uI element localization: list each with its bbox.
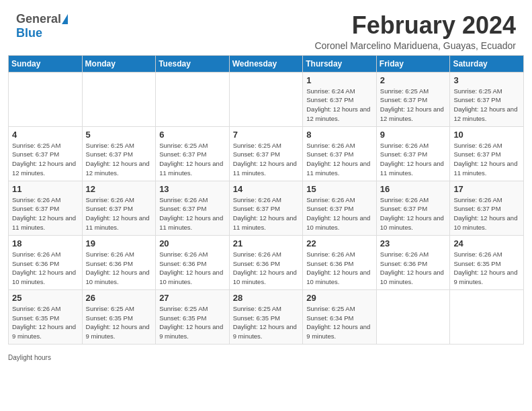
calendar-cell: 18Sunrise: 6:26 AM Sunset: 6:36 PM Dayli…: [9, 235, 83, 289]
day-info: Sunrise: 6:26 AM Sunset: 6:37 PM Dayligh…: [380, 141, 447, 178]
logo: General Blue: [16, 12, 68, 40]
calendar-week-row: 11Sunrise: 6:26 AM Sunset: 6:37 PM Dayli…: [9, 181, 524, 235]
day-number: 22: [306, 238, 373, 248]
calendar-cell: 20Sunrise: 6:26 AM Sunset: 6:36 PM Dayli…: [156, 235, 230, 289]
calendar-header: SundayMondayTuesdayWednesdayThursdayFrid…: [9, 55, 524, 72]
day-info: Sunrise: 6:26 AM Sunset: 6:37 PM Dayligh…: [12, 195, 79, 232]
daylight-hours-label: Daylight hours: [8, 354, 51, 361]
day-info: Sunrise: 6:26 AM Sunset: 6:36 PM Dayligh…: [306, 250, 373, 287]
calendar-cell: [82, 72, 156, 126]
day-info: Sunrise: 6:26 AM Sunset: 6:37 PM Dayligh…: [453, 141, 520, 178]
calendar-cell: 13Sunrise: 6:26 AM Sunset: 6:37 PM Dayli…: [156, 181, 230, 235]
day-number: 1: [306, 75, 373, 85]
day-number: 6: [159, 130, 226, 140]
day-number: 24: [453, 238, 520, 248]
day-info: Sunrise: 6:26 AM Sunset: 6:35 PM Dayligh…: [453, 250, 520, 287]
day-info: Sunrise: 6:26 AM Sunset: 6:37 PM Dayligh…: [306, 195, 373, 232]
day-info: Sunrise: 6:25 AM Sunset: 6:37 PM Dayligh…: [86, 141, 152, 178]
calendar-cell: [156, 72, 230, 126]
weekday-header-monday: Monday: [82, 55, 156, 72]
day-number: 28: [233, 293, 300, 303]
day-info: Sunrise: 6:25 AM Sunset: 6:37 PM Dayligh…: [12, 141, 79, 178]
calendar-cell: 1Sunrise: 6:24 AM Sunset: 6:37 PM Daylig…: [303, 72, 377, 126]
page-subtitle: Coronel Marcelino Mariduena, Guayas, Ecu…: [314, 40, 516, 51]
day-info: Sunrise: 6:26 AM Sunset: 6:37 PM Dayligh…: [159, 195, 226, 232]
day-info: Sunrise: 6:25 AM Sunset: 6:35 PM Dayligh…: [233, 304, 300, 341]
day-number: 17: [453, 184, 520, 194]
calendar-cell: [229, 72, 303, 126]
logo-triangle-icon: [62, 14, 68, 24]
calendar-cell: 17Sunrise: 6:26 AM Sunset: 6:37 PM Dayli…: [450, 181, 524, 235]
calendar-cell: 23Sunrise: 6:26 AM Sunset: 6:36 PM Dayli…: [376, 235, 450, 289]
day-number: 10: [453, 130, 520, 140]
day-info: Sunrise: 6:25 AM Sunset: 6:34 PM Dayligh…: [306, 304, 373, 341]
calendar-cell: 16Sunrise: 6:26 AM Sunset: 6:37 PM Dayli…: [376, 181, 450, 235]
calendar-cell: 24Sunrise: 6:26 AM Sunset: 6:35 PM Dayli…: [450, 235, 524, 289]
day-info: Sunrise: 6:25 AM Sunset: 6:35 PM Dayligh…: [159, 304, 226, 341]
day-number: 16: [380, 184, 447, 194]
weekday-header-wednesday: Wednesday: [229, 55, 303, 72]
page-title: February 2024: [314, 12, 516, 39]
calendar-week-row: 18Sunrise: 6:26 AM Sunset: 6:36 PM Dayli…: [9, 235, 524, 289]
weekday-header-saturday: Saturday: [450, 55, 524, 72]
calendar-week-row: 1Sunrise: 6:24 AM Sunset: 6:37 PM Daylig…: [9, 72, 524, 126]
calendar-cell: 27Sunrise: 6:25 AM Sunset: 6:35 PM Dayli…: [156, 289, 230, 344]
day-number: 25: [12, 293, 79, 303]
day-info: Sunrise: 6:26 AM Sunset: 6:36 PM Dayligh…: [380, 250, 447, 287]
day-number: 13: [159, 184, 226, 194]
day-info: Sunrise: 6:26 AM Sunset: 6:36 PM Dayligh…: [86, 250, 152, 287]
calendar-cell: 8Sunrise: 6:26 AM Sunset: 6:37 PM Daylig…: [303, 126, 377, 181]
calendar-cell: 28Sunrise: 6:25 AM Sunset: 6:35 PM Dayli…: [229, 289, 303, 344]
day-number: 15: [306, 184, 373, 194]
day-info: Sunrise: 6:25 AM Sunset: 6:35 PM Dayligh…: [86, 304, 152, 341]
day-number: 8: [306, 130, 373, 140]
calendar-cell: 3Sunrise: 6:25 AM Sunset: 6:37 PM Daylig…: [450, 72, 524, 126]
calendar-week-row: 4Sunrise: 6:25 AM Sunset: 6:37 PM Daylig…: [9, 126, 524, 181]
day-number: 26: [86, 293, 152, 303]
calendar-cell: 7Sunrise: 6:25 AM Sunset: 6:37 PM Daylig…: [229, 126, 303, 181]
calendar: SundayMondayTuesdayWednesdayThursdayFrid…: [0, 55, 532, 351]
calendar-cell: 9Sunrise: 6:26 AM Sunset: 6:37 PM Daylig…: [376, 126, 450, 181]
day-number: 5: [86, 130, 152, 140]
day-number: 29: [306, 293, 373, 303]
weekday-header-friday: Friday: [376, 55, 450, 72]
day-number: 20: [159, 238, 226, 248]
calendar-cell: 22Sunrise: 6:26 AM Sunset: 6:36 PM Dayli…: [303, 235, 377, 289]
day-info: Sunrise: 6:26 AM Sunset: 6:37 PM Dayligh…: [233, 195, 300, 232]
weekday-header-sunday: Sunday: [9, 55, 83, 72]
calendar-cell: 29Sunrise: 6:25 AM Sunset: 6:34 PM Dayli…: [303, 289, 377, 344]
logo-blue-text: Blue: [16, 26, 42, 40]
day-number: 11: [12, 184, 79, 194]
calendar-cell: 14Sunrise: 6:26 AM Sunset: 6:37 PM Dayli…: [229, 181, 303, 235]
footer: Daylight hours: [0, 351, 532, 367]
day-number: 2: [380, 75, 447, 85]
calendar-cell: 2Sunrise: 6:25 AM Sunset: 6:37 PM Daylig…: [376, 72, 450, 126]
day-number: 19: [86, 238, 152, 248]
calendar-body: 1Sunrise: 6:24 AM Sunset: 6:37 PM Daylig…: [9, 72, 524, 344]
calendar-cell: [376, 289, 450, 344]
day-number: 27: [159, 293, 226, 303]
calendar-table: SundayMondayTuesdayWednesdayThursdayFrid…: [8, 55, 524, 345]
weekday-header-tuesday: Tuesday: [156, 55, 230, 72]
calendar-cell: [9, 72, 83, 126]
day-info: Sunrise: 6:24 AM Sunset: 6:37 PM Dayligh…: [306, 87, 373, 124]
day-number: 18: [12, 238, 79, 248]
title-section: February 2024 Coronel Marcelino Mariduen…: [314, 12, 516, 51]
weekday-header-thursday: Thursday: [303, 55, 377, 72]
day-info: Sunrise: 6:25 AM Sunset: 6:37 PM Dayligh…: [453, 87, 520, 124]
day-info: Sunrise: 6:26 AM Sunset: 6:36 PM Dayligh…: [12, 250, 79, 287]
weekday-header-row: SundayMondayTuesdayWednesdayThursdayFrid…: [9, 55, 524, 72]
day-info: Sunrise: 6:26 AM Sunset: 6:37 PM Dayligh…: [380, 195, 447, 232]
day-info: Sunrise: 6:25 AM Sunset: 6:37 PM Dayligh…: [380, 87, 447, 124]
calendar-cell: 6Sunrise: 6:25 AM Sunset: 6:37 PM Daylig…: [156, 126, 230, 181]
day-info: Sunrise: 6:25 AM Sunset: 6:37 PM Dayligh…: [233, 141, 300, 178]
day-number: 12: [86, 184, 152, 194]
calendar-cell: 4Sunrise: 6:25 AM Sunset: 6:37 PM Daylig…: [9, 126, 83, 181]
calendar-cell: 11Sunrise: 6:26 AM Sunset: 6:37 PM Dayli…: [9, 181, 83, 235]
calendar-cell: 25Sunrise: 6:26 AM Sunset: 6:35 PM Dayli…: [9, 289, 83, 344]
calendar-cell: 15Sunrise: 6:26 AM Sunset: 6:37 PM Dayli…: [303, 181, 377, 235]
day-number: 23: [380, 238, 447, 248]
calendar-cell: 5Sunrise: 6:25 AM Sunset: 6:37 PM Daylig…: [82, 126, 156, 181]
calendar-cell: 26Sunrise: 6:25 AM Sunset: 6:35 PM Dayli…: [82, 289, 156, 344]
calendar-cell: [450, 289, 524, 344]
